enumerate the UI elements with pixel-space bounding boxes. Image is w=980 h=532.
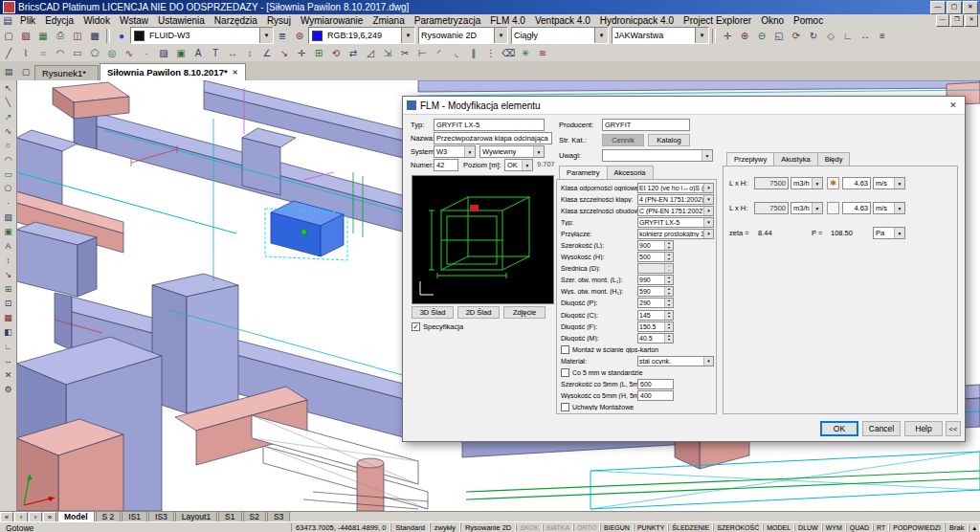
- extend-icon[interactable]: ⊢: [413, 45, 431, 60]
- chevron-down-icon[interactable]: ▾: [812, 178, 822, 188]
- status-toggle[interactable]: MODEL: [763, 524, 794, 531]
- param-spinner-length-f[interactable]: 150.5▴▾: [637, 321, 674, 332]
- select-icon[interactable]: ↖: [1, 80, 15, 95]
- velocity-row1-unit-select[interactable]: m/s ▾: [873, 177, 905, 189]
- dialog-title-bar[interactable]: FLM - Modyfikacja elementu ✓ ✕: [403, 97, 965, 115]
- param-checkbox-mount-gips-karton[interactable]: [561, 345, 569, 354]
- tab-parametry-akcesoria[interactable]: Akcesoria: [607, 166, 654, 179]
- param-checkbox-mounting-brackets[interactable]: [561, 403, 569, 411]
- producent-field[interactable]: GRYFIT: [602, 119, 690, 131]
- status-toggle[interactable]: ORTO: [573, 524, 600, 531]
- stretch-icon[interactable]: ⇲: [379, 45, 396, 60]
- collapse-button[interactable]: <<: [946, 421, 961, 436]
- param-spinner-length-c[interactable]: 145▴▾: [637, 310, 674, 321]
- param-spinner-height-h[interactable]: 500▴▾: [637, 252, 674, 262]
- point-icon[interactable]: ∙: [138, 45, 155, 60]
- text-icon[interactable]: A: [1, 238, 15, 253]
- param-select-casing-tightness-class[interactable]: C (PN-EN 1751:2002)▾: [637, 206, 714, 216]
- minimize-button[interactable]: —: [930, 1, 946, 14]
- layers-manager-icon[interactable]: ≣: [274, 28, 291, 43]
- hatch-icon[interactable]: ▨: [155, 45, 172, 60]
- param-input-height-per-5mm[interactable]: 400: [637, 390, 674, 401]
- chevron-down-icon[interactable]: ▾: [894, 178, 904, 188]
- tab-list-icon[interactable]: ▤: [2, 65, 15, 78]
- mdi-close-button[interactable]: ✕: [965, 14, 978, 27]
- menu-wstaw[interactable]: Wstaw: [115, 15, 153, 26]
- menu-edycja[interactable]: Edycja: [40, 15, 78, 26]
- erase-icon[interactable]: ✕: [1, 367, 15, 382]
- color-combobox[interactable]: RGB:19,6,249 ▾: [308, 27, 415, 44]
- status-toggle[interactable]: SKOK: [516, 524, 542, 531]
- status-toggle[interactable]: PODPOWIEDZI: [889, 524, 945, 531]
- status-toggle[interactable]: DLUW: [794, 524, 822, 531]
- arc-icon[interactable]: ◠: [1, 152, 15, 166]
- menu-wymiarowanie[interactable]: Wymiarowanie: [296, 15, 368, 26]
- leader-icon[interactable]: ↘: [276, 45, 293, 60]
- airflow-icon[interactable]: ✱: [827, 177, 839, 189]
- orbit-icon[interactable]: ⟳: [788, 28, 805, 43]
- menu-flm[interactable]: FLM 4.0: [485, 15, 530, 26]
- copy-icon[interactable]: ⊞: [310, 45, 327, 60]
- new-tab-icon[interactable]: ▢: [19, 65, 33, 78]
- velocity-row1-value[interactable]: 4.63: [842, 177, 871, 189]
- param-select-type[interactable]: GRYFIT LX-5▾: [637, 217, 714, 228]
- linetype-combobox[interactable]: Ciągły ▾: [511, 27, 609, 44]
- chevron-down-icon[interactable]: ▾: [703, 195, 713, 204]
- menu-narzedzia[interactable]: Narzędzia: [210, 15, 262, 26]
- block-icon[interactable]: ⊡: [1, 296, 15, 310]
- uwagi-select[interactable]: ▾: [602, 149, 713, 162]
- status-toggle[interactable]: BIEGUN: [600, 524, 634, 531]
- param-spinner-mount-open-height[interactable]: 590▴▾: [637, 286, 674, 297]
- ellipse-icon[interactable]: ◎: [103, 45, 121, 60]
- status-toggle[interactable]: ŚLEDZENIE: [668, 524, 713, 531]
- title-bar[interactable]: BricsCAD Platinum LICENCJA NIE DO ODSPRZ…: [0, 0, 980, 14]
- pressure-unit-select[interactable]: Pa ▾: [873, 227, 905, 239]
- velocity-row2-value[interactable]: 4.63: [842, 202, 871, 214]
- pan-icon[interactable]: ✛: [719, 28, 736, 43]
- workspace-combobox[interactable]: Rysowanie 2D ▾: [418, 27, 508, 44]
- polyline-icon[interactable]: ⌇: [17, 45, 34, 60]
- explode-icon[interactable]: ✳: [517, 45, 534, 60]
- layer-states-icon[interactable]: ⊜: [291, 28, 308, 43]
- param-spinner-width-l[interactable]: 900▴▾: [637, 240, 674, 251]
- spline-icon[interactable]: ∿: [121, 45, 138, 60]
- publish-icon[interactable]: ▩: [86, 28, 103, 43]
- system-mode-select[interactable]: Wywiewny ▾: [479, 145, 545, 158]
- menu-hydronicpack[interactable]: Hydronicpack 4.0: [595, 15, 679, 26]
- solid-icon[interactable]: ◧: [1, 324, 15, 339]
- properties-icon[interactable]: ≡: [874, 28, 891, 43]
- status-field[interactable]: zwykły: [430, 523, 460, 532]
- param-spinner-length-p[interactable]: 290▴▾: [637, 298, 674, 308]
- named-views-icon[interactable]: ◇: [822, 28, 839, 43]
- save-icon[interactable]: ▦: [34, 28, 52, 43]
- status-field[interactable]: Rysowanie 2D: [460, 523, 516, 532]
- regen-icon[interactable]: ↻: [805, 28, 822, 43]
- region-icon[interactable]: ▣: [172, 45, 189, 60]
- status-toggle[interactable]: WYM: [822, 524, 846, 531]
- menu-plik[interactable]: Plik: [15, 15, 40, 26]
- chevron-down-icon[interactable]: ▾: [703, 230, 713, 238]
- mtext-icon[interactable]: T: [207, 45, 224, 60]
- specyfikacja-checkbox[interactable]: ✓ Specyfikacja: [412, 322, 463, 331]
- distance-icon[interactable]: ↔: [857, 28, 874, 43]
- close-button[interactable]: ✕: [963, 1, 978, 14]
- tab-parametry-akcesoria[interactable]: Parametry: [559, 166, 608, 179]
- help-button[interactable]: Help: [904, 421, 943, 436]
- chevron-down-icon[interactable]: ▾: [695, 28, 708, 43]
- katalog-button[interactable]: Katalog: [648, 134, 690, 146]
- polyline-icon[interactable]: ∿: [1, 123, 15, 138]
- arc-icon[interactable]: ◠: [52, 45, 69, 60]
- menu-zmiana[interactable]: Zmiana: [368, 15, 409, 26]
- open-icon[interactable]: ▧: [17, 28, 34, 43]
- chevron-down-icon[interactable]: ▾: [259, 28, 273, 43]
- tab-silownia-pawilon[interactable]: Siłownia Pawilon 8.10.2017*✕: [100, 63, 246, 80]
- region-icon[interactable]: ▣: [1, 224, 15, 238]
- leader-icon[interactable]: ↘: [1, 267, 15, 281]
- chevron-down-icon[interactable]: ▾: [522, 160, 532, 170]
- flow-row1-unit-select[interactable]: m3/h ▾: [791, 177, 823, 189]
- ok-button[interactable]: OK: [820, 421, 858, 436]
- match-properties-icon[interactable]: ≋: [534, 45, 551, 60]
- coordinates-readout[interactable]: 63473.7005, -44681.4899, 0: [291, 523, 390, 532]
- system-select[interactable]: W3 ▾: [434, 145, 476, 158]
- menu-pomoc[interactable]: Pomoc: [789, 15, 828, 26]
